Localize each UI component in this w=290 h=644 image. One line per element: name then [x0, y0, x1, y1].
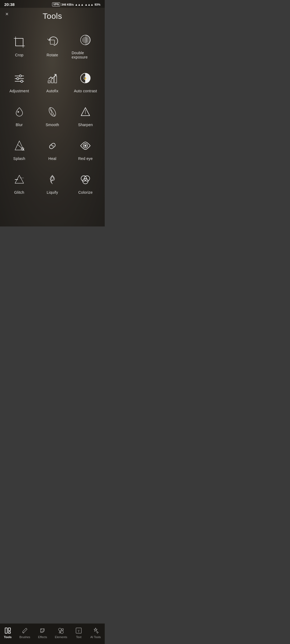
double-exposure-label: Double exposure	[72, 51, 99, 59]
glitch-label: Glitch	[14, 190, 24, 195]
time-display: 20:38	[4, 2, 15, 7]
svg-point-8	[21, 80, 23, 82]
adjustment-label: Adjustment	[9, 89, 29, 93]
adjustment-icon	[11, 70, 27, 86]
signal-icon-1: ▲▲▲	[75, 3, 84, 6]
tool-glitch[interactable]: Glitch	[3, 166, 36, 199]
tool-red-eye[interactable]: Red eye	[69, 132, 102, 166]
heal-icon	[44, 138, 60, 154]
tool-heal[interactable]: Heal	[36, 132, 69, 166]
signal-icon-2: ▲▲▲	[85, 3, 93, 6]
tool-adjustment[interactable]: Adjustment	[3, 64, 36, 98]
colorize-label: Colorize	[78, 190, 93, 195]
splash-label: Splash	[13, 156, 25, 161]
blur-icon	[11, 104, 27, 120]
tool-crop[interactable]: Crop	[3, 26, 36, 64]
double-exposure-icon	[77, 32, 93, 48]
network-speed: 346 KB/s	[61, 3, 74, 6]
red-eye-icon	[77, 138, 93, 154]
tool-smooth[interactable]: Smooth	[36, 98, 69, 132]
rotate-icon	[44, 34, 60, 50]
tools-grid: Crop Rotate	[0, 26, 105, 199]
tool-autofix[interactable]: Autofix	[36, 64, 69, 98]
blur-label: Blur	[16, 123, 23, 127]
colorize-icon	[77, 171, 93, 188]
svg-point-6	[19, 75, 21, 77]
crop-label: Crop	[15, 53, 24, 57]
tool-liquify[interactable]: Liquify	[36, 166, 69, 199]
sharpen-label: Sharpen	[78, 123, 93, 127]
tool-rotate[interactable]: Rotate	[36, 26, 69, 64]
tool-auto-contrast[interactable]: ⚡ Auto contrast	[69, 64, 102, 98]
splash-icon	[11, 138, 27, 154]
tool-blur[interactable]: Blur	[3, 98, 36, 132]
heal-label: Heal	[48, 156, 56, 161]
tool-splash[interactable]: Splash	[3, 132, 36, 166]
close-button[interactable]: ×	[5, 11, 9, 17]
svg-rect-11	[55, 76, 57, 83]
vpn-badge: VPN	[52, 2, 60, 6]
svg-line-24	[18, 145, 23, 149]
svg-point-7	[17, 78, 19, 80]
autofix-icon	[44, 70, 60, 86]
page-title: Tools	[43, 12, 62, 21]
status-bar: 20:38 VPN 346 KB/s ▲▲▲ ▲▲▲ 93%	[0, 0, 105, 8]
glitch-icon	[11, 171, 27, 188]
svg-rect-1	[50, 40, 55, 44]
svg-rect-0	[16, 38, 23, 46]
svg-rect-27	[49, 142, 56, 149]
autofix-label: Autofix	[46, 89, 59, 93]
svg-point-31	[84, 145, 86, 147]
rotate-label: Rotate	[46, 53, 58, 57]
smooth-label: Smooth	[46, 123, 59, 127]
crop-icon	[11, 34, 27, 50]
svg-rect-9	[48, 81, 50, 83]
tool-sharpen[interactable]: Sharpen	[69, 98, 102, 132]
main-content: × Tools Crop Rotat	[0, 8, 105, 221]
status-right: VPN 346 KB/s ▲▲▲ ▲▲▲ 93%	[52, 2, 100, 6]
auto-contrast-icon: ⚡	[77, 70, 93, 86]
liquify-icon	[44, 171, 60, 188]
smooth-icon	[44, 104, 60, 120]
tool-double-exposure[interactable]: Double exposure	[69, 26, 102, 64]
auto-contrast-label: Auto contrast	[74, 89, 97, 93]
svg-point-18	[17, 111, 19, 113]
battery-icon: 93%	[95, 3, 100, 6]
svg-text:⚡: ⚡	[84, 77, 87, 80]
liquify-label: Liquify	[47, 190, 58, 195]
sharpen-icon	[77, 104, 93, 120]
svg-rect-10	[51, 79, 53, 83]
red-eye-label: Red eye	[78, 156, 93, 161]
tool-colorize[interactable]: Colorize	[69, 166, 102, 199]
